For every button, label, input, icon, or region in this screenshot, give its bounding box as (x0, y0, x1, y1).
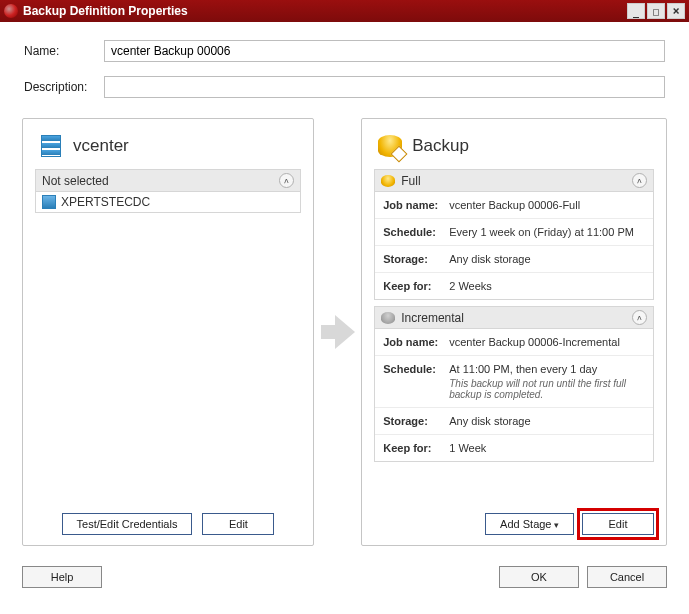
name-label: Name: (24, 44, 104, 58)
panels-container: vcenter Not selected ʌ XPERTSTECDC Test/… (0, 118, 689, 556)
chevron-up-icon[interactable]: ʌ (279, 173, 294, 188)
backup-panel-title: Backup (412, 136, 469, 156)
close-button[interactable]: × (667, 3, 685, 19)
group-full-header[interactable]: Full ʌ (375, 170, 653, 192)
minimize-button[interactable]: _ (627, 3, 645, 19)
kv-row: Schedule:Every 1 week on (Friday) at 11:… (375, 219, 653, 246)
source-panel-header: vcenter (35, 133, 301, 159)
schedule-note: This backup will not run until the first… (449, 378, 645, 400)
backup-edit-button[interactable]: Edit (582, 513, 654, 535)
test-edit-credentials-button[interactable]: Test/Edit Credentials (62, 513, 193, 535)
ok-button[interactable]: OK (499, 566, 579, 588)
source-panel: vcenter Not selected ʌ XPERTSTECDC Test/… (22, 118, 314, 546)
kv-row: Job name:vcenter Backup 00006-Incrementa… (375, 329, 653, 356)
description-input[interactable] (104, 76, 665, 98)
kv-row: Storage:Any disk storage (375, 246, 653, 273)
source-section-header[interactable]: Not selected ʌ (35, 169, 301, 192)
backup-panel-footer: Add Stage Edit (374, 507, 654, 535)
dialog-footer: Help OK Cancel (0, 556, 689, 598)
kv-row: Keep for:1 Week (375, 435, 653, 461)
disk-incremental-icon (381, 312, 395, 324)
group-full-label: Full (401, 174, 632, 188)
vcenter-icon (41, 135, 61, 157)
name-input[interactable] (104, 40, 665, 62)
disk-full-icon (381, 175, 395, 187)
group-incremental-label: Incremental (401, 311, 632, 325)
app-icon (4, 4, 18, 18)
chevron-up-icon[interactable]: ʌ (632, 173, 647, 188)
help-button[interactable]: Help (22, 566, 102, 588)
tree-item[interactable]: XPERTSTECDC (36, 192, 300, 212)
source-panel-footer: Test/Edit Credentials Edit (35, 507, 301, 535)
source-section-label: Not selected (42, 174, 279, 188)
add-stage-button[interactable]: Add Stage (485, 513, 574, 535)
arrow-right-icon (321, 315, 355, 349)
backup-scroll[interactable]: Full ʌ Job name:vcenter Backup 00006-Ful… (374, 169, 654, 507)
server-icon (42, 195, 56, 209)
source-edit-button[interactable]: Edit (202, 513, 274, 535)
kv-row: Job name:vcenter Backup 00006-Full (375, 192, 653, 219)
source-tree: XPERTSTECDC (35, 192, 301, 213)
window-title: Backup Definition Properties (23, 4, 188, 18)
kv-row: Schedule:At 11:00 PM, then every 1 dayTh… (375, 356, 653, 408)
source-panel-title: vcenter (73, 136, 129, 156)
kv-row: Storage:Any disk storage (375, 408, 653, 435)
backup-icon (378, 135, 402, 157)
form-area: Name: Description: (0, 22, 689, 118)
maximize-button[interactable]: □ (647, 3, 665, 19)
description-label: Description: (24, 80, 104, 94)
chevron-up-icon[interactable]: ʌ (632, 310, 647, 325)
group-incremental-header[interactable]: Incremental ʌ (375, 307, 653, 329)
backup-panel-header: Backup (374, 133, 654, 159)
group-full: Full ʌ Job name:vcenter Backup 00006-Ful… (374, 169, 654, 300)
group-incremental: Incremental ʌ Job name:vcenter Backup 00… (374, 306, 654, 462)
titlebar: Backup Definition Properties _ □ × (0, 0, 689, 22)
backup-panel: Backup Full ʌ Job name:vcenter Backup 00… (361, 118, 667, 546)
cancel-button[interactable]: Cancel (587, 566, 667, 588)
arrow-column (314, 118, 361, 546)
tree-item-label: XPERTSTECDC (61, 195, 150, 209)
kv-row: Keep for:2 Weeks (375, 273, 653, 299)
